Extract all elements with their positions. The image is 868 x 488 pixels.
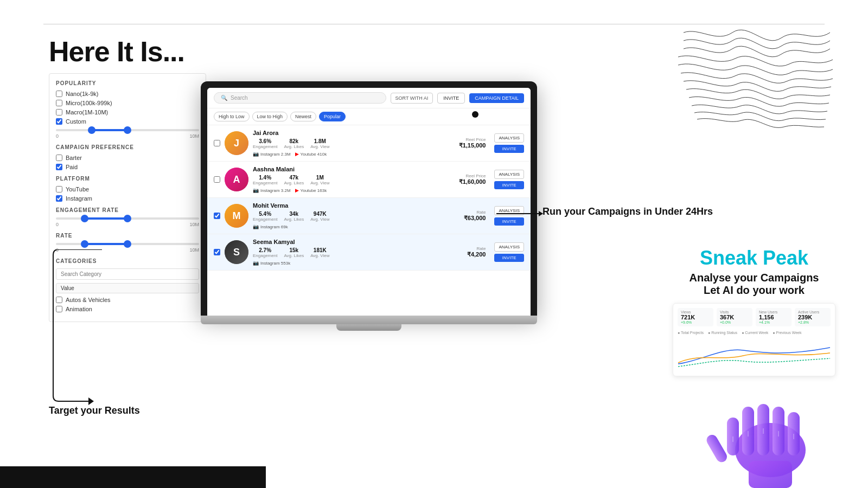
invite-button-seema[interactable]: INVITE bbox=[494, 254, 524, 262]
rate-title: RATE bbox=[56, 233, 199, 239]
engagement-slider[interactable]: 0 10M bbox=[56, 217, 199, 227]
page-heading: Here It Is... bbox=[49, 35, 184, 68]
youtube-checkbox-item[interactable]: YouTube bbox=[56, 186, 199, 192]
tag-low-to-high[interactable]: Low to High bbox=[252, 112, 288, 121]
slider-thumb-1b[interactable] bbox=[124, 126, 131, 134]
micro-checkbox[interactable] bbox=[56, 100, 62, 106]
invite-button[interactable]: INVITE bbox=[437, 93, 465, 104]
slider-thumb-1a[interactable] bbox=[88, 126, 95, 134]
macro-checkbox[interactable] bbox=[56, 109, 62, 115]
autos-checkbox[interactable] bbox=[56, 297, 62, 303]
legend-total-projects: ● Total Projects bbox=[678, 331, 704, 335]
slider-thumb-3b[interactable] bbox=[124, 240, 131, 248]
paid-label: Paid bbox=[66, 164, 78, 170]
table-row: J Jai Arora 3.6% Engagement 82k Avg. Lik… bbox=[207, 125, 531, 162]
nano-checkbox[interactable] bbox=[56, 91, 62, 97]
price-mohit: Rate ₹63,000 bbox=[464, 210, 486, 222]
instagram-checkbox[interactable] bbox=[56, 195, 62, 202]
slider-max-3: 10M bbox=[189, 247, 199, 253]
slider-track-2 bbox=[56, 217, 199, 220]
stat-view-jai: 1.8M Avg. View bbox=[310, 138, 329, 149]
wave-decoration: .wave-line { fill: none; stroke: #111; s… bbox=[673, 22, 835, 157]
slider-fill-2 bbox=[85, 217, 127, 220]
category-search-input[interactable] bbox=[56, 268, 199, 280]
svg-rect-2 bbox=[749, 461, 792, 488]
youtube-checkbox[interactable] bbox=[56, 186, 62, 192]
platforms-jai: 📷 Instagram 2.3M ▶ Youtube 410k bbox=[253, 151, 455, 157]
tag-popular[interactable]: Popular bbox=[319, 112, 346, 121]
sort-with-ai-button[interactable]: SORT WITH AI bbox=[391, 93, 433, 104]
slider-thumb-3a[interactable] bbox=[81, 240, 88, 248]
custom-checkbox-item[interactable]: Custom bbox=[56, 118, 199, 125]
influencer-stats-aashna: 1.4% Engagement 47k Avg. Likes 1M Avg. V… bbox=[253, 175, 455, 185]
analysis-button-seema[interactable]: ANALYSIS bbox=[494, 242, 524, 252]
analysis-button-aashna[interactable]: ANALYSIS bbox=[494, 170, 524, 179]
barter-checkbox-item[interactable]: Barter bbox=[56, 155, 199, 161]
actions-mohit: ANALYSIS INVITE bbox=[494, 206, 524, 226]
influencer-name-jai: Jai Arora bbox=[253, 130, 455, 136]
influencer-details-jai: Jai Arora 3.6% Engagement 82k Avg. Likes bbox=[253, 130, 455, 157]
slider-min-3: 0 bbox=[56, 247, 59, 253]
robot-hand bbox=[694, 352, 846, 488]
row-checkbox-aashna[interactable] bbox=[214, 176, 220, 183]
invite-button-mohit[interactable]: INVITE bbox=[494, 217, 524, 226]
slider-track-1 bbox=[56, 129, 199, 131]
price-seema: Rate ₹4,200 bbox=[467, 246, 486, 258]
sneak-peak-sub2: Let AI do your work bbox=[673, 284, 835, 297]
youtube-badge-aashna: ▶ Youtube 163k bbox=[295, 188, 327, 193]
stat-engagement-seema: 2.7% Engagement bbox=[253, 247, 277, 258]
campaign-detail-button[interactable]: CAMPAIGN DETAIL bbox=[469, 93, 524, 103]
svg-rect-8 bbox=[705, 433, 729, 464]
slider-thumb-2a[interactable] bbox=[81, 215, 88, 222]
youtube-icon: ▶ bbox=[295, 188, 299, 193]
price-aashna: Reel Price ₹1,60,000 bbox=[459, 174, 486, 185]
search-bar[interactable]: 🔍 Search bbox=[214, 92, 386, 104]
stat-likes-aashna: 47k Avg. Likes bbox=[284, 175, 304, 185]
instagram-checkbox-item[interactable]: Instagram bbox=[56, 195, 199, 202]
animation-checkbox-item[interactable]: Animation bbox=[56, 306, 199, 312]
mini-stat-new-users: New Users 1,156 +4.1% bbox=[756, 308, 792, 326]
mini-stat-visits: Visits 367K +0.0% bbox=[717, 308, 752, 326]
nano-checkbox-item[interactable]: Nano(1k-9k) bbox=[56, 91, 199, 97]
tag-newest[interactable]: Newest bbox=[290, 112, 316, 121]
row-checkbox-seema[interactable] bbox=[214, 249, 220, 255]
laptop-stand bbox=[336, 324, 401, 331]
invite-button-aashna[interactable]: INVITE bbox=[494, 181, 524, 189]
sneak-peak-sub1: Analyse your Campaigns bbox=[673, 272, 835, 284]
influencer-details-aashna: Aashna Malani 1.4% Engagement 47k Avg. L… bbox=[253, 166, 455, 193]
app-header: 🔍 Search SORT WITH AI INVITE CAMPAIGN DE… bbox=[207, 88, 531, 108]
micro-checkbox-item[interactable]: Micro(100k-999k) bbox=[56, 100, 199, 106]
slider-thumb-2b[interactable] bbox=[124, 215, 131, 222]
barter-checkbox[interactable] bbox=[56, 155, 62, 161]
row-checkbox-jai[interactable] bbox=[214, 140, 220, 146]
stat-view-aashna: 1M Avg. View bbox=[310, 175, 329, 185]
mini-stats-row: Views 721K +9.6% Visits 367K +0.0% New U… bbox=[678, 308, 831, 326]
tag-high-to-low[interactable]: High to Low bbox=[214, 112, 250, 121]
macro-checkbox-item[interactable]: Macro(1M-10M) bbox=[56, 109, 199, 115]
invite-button-jai[interactable]: INVITE bbox=[494, 145, 524, 153]
paid-checkbox-item[interactable]: Paid bbox=[56, 164, 199, 170]
category-value: Value bbox=[56, 283, 199, 293]
instagram-icon: 📷 bbox=[253, 260, 259, 266]
animation-checkbox[interactable] bbox=[56, 306, 62, 312]
instagram-badge-jai: 📷 Instagram 2.3M bbox=[253, 151, 291, 157]
popularity-slider[interactable]: 0 10M bbox=[56, 129, 199, 139]
influencer-stats-seema: 2.7% Engagement 15k Avg. Likes 181K Avg.… bbox=[253, 247, 463, 258]
instagram-icon: 📷 bbox=[253, 151, 259, 157]
stat-likes-jai: 82k Avg. Likes bbox=[284, 138, 304, 149]
stat-view-seema: 181K Avg. View bbox=[310, 247, 329, 258]
row-checkbox-mohit[interactable] bbox=[214, 213, 220, 219]
autos-checkbox-item[interactable]: Autos & Vehicles bbox=[56, 297, 199, 303]
rate-slider[interactable]: 0 10M bbox=[56, 243, 199, 253]
platforms-aashna: 📷 Instagram 3.2M ▶ Youtube 163k bbox=[253, 188, 455, 193]
analysis-button-jai[interactable]: ANALYSIS bbox=[494, 133, 524, 143]
paid-checkbox[interactable] bbox=[56, 164, 62, 170]
campaign-pref-title: CAMPAIGN PREFERENCE bbox=[56, 144, 199, 150]
instagram-icon: 📷 bbox=[253, 188, 259, 193]
influencer-stats-mohit: 5.4% Engagement 34k Avg. Likes 947K Avg.… bbox=[253, 211, 459, 222]
stat-engagement-aashna: 1.4% Engagement bbox=[253, 175, 277, 185]
chart-legend: ● Total Projects ● Running Status ● Curr… bbox=[678, 331, 831, 335]
influencer-list: J Jai Arora 3.6% Engagement 82k Avg. Lik… bbox=[207, 125, 531, 316]
custom-checkbox[interactable] bbox=[56, 118, 62, 125]
platform-title: PLATFORM bbox=[56, 176, 199, 182]
